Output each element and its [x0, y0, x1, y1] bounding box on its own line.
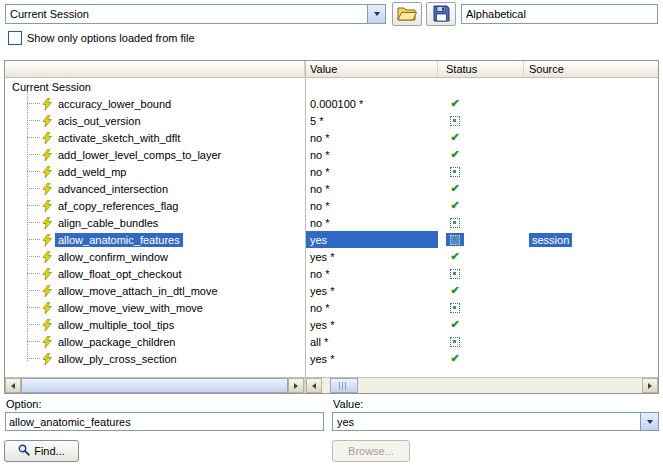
- sort-order-value: Alphabetical: [462, 5, 657, 23]
- option-value[interactable]: yes: [305, 231, 438, 248]
- scroll-left-icon[interactable]: [306, 378, 322, 393]
- table-row[interactable]: acis_out_version 5 *: [5, 112, 658, 129]
- tree-branch-line: [27, 358, 40, 359]
- find-button[interactable]: Find...: [4, 440, 79, 462]
- column-header-source[interactable]: Source: [524, 61, 658, 77]
- status-icon: [446, 267, 464, 280]
- option-value[interactable]: 5 *: [305, 112, 438, 129]
- option-name[interactable]: align_cable_bundles: [55, 216, 161, 230]
- option-input[interactable]: [5, 412, 324, 431]
- open-file-button[interactable]: [392, 2, 422, 26]
- table-row[interactable]: activate_sketch_with_dflt no * ✔: [5, 129, 658, 146]
- option-value[interactable]: no *: [305, 214, 438, 231]
- option-status: [438, 333, 524, 350]
- tree-horizontal-scrollbar[interactable]: [5, 378, 306, 393]
- tree-branch-line: [27, 154, 40, 155]
- pane-divider[interactable]: [305, 61, 306, 377]
- options-table-body: Current Session accuracy_lower_bound 0.0…: [5, 78, 658, 378]
- option-name[interactable]: allow_confirm_window: [55, 250, 171, 264]
- option-lightning-icon: [41, 115, 53, 127]
- table-row[interactable]: af_copy_references_flag no * ✔: [5, 197, 658, 214]
- option-source: [524, 188, 658, 190]
- option-value[interactable]: no *: [305, 129, 438, 146]
- scroll-left-icon[interactable]: [5, 378, 21, 393]
- option-name[interactable]: allow_anatomic_features: [55, 233, 183, 247]
- table-row[interactable]: allow_float_opt_checkout no *: [5, 265, 658, 282]
- tree-branch-line: [27, 137, 40, 138]
- option-name[interactable]: acis_out_version: [55, 114, 144, 128]
- column-header-tree[interactable]: [5, 61, 305, 77]
- option-value[interactable]: no *: [305, 299, 438, 316]
- table-row[interactable]: allow_package_children all *: [5, 333, 658, 350]
- option-value[interactable]: 0.000100 *: [305, 95, 438, 112]
- column-header-status[interactable]: Status: [438, 61, 524, 77]
- tree-scroll-track[interactable]: [21, 378, 288, 393]
- option-value[interactable]: no *: [305, 197, 438, 214]
- chevron-down-icon[interactable]: [367, 5, 385, 23]
- option-name[interactable]: add_weld_mp: [55, 165, 130, 179]
- chevron-down-icon[interactable]: [640, 413, 658, 430]
- option-value[interactable]: yes *: [305, 316, 438, 333]
- option-name[interactable]: advanced_intersection: [55, 182, 171, 196]
- table-row[interactable]: allow_confirm_window yes * ✔: [5, 248, 658, 265]
- table-row[interactable]: allow_anatomic_features yes session: [5, 231, 658, 248]
- option-name[interactable]: accuracy_lower_bound: [55, 97, 174, 111]
- square-status-icon: [450, 218, 460, 228]
- value-combobox-value: yes: [333, 413, 640, 430]
- options-table: Value Status Source Current Session accu…: [4, 60, 659, 394]
- session-combobox-value: Current Session: [6, 5, 367, 23]
- open-folder-icon: [397, 6, 417, 23]
- table-row[interactable]: add_lower_level_comps_to_layer no * ✔: [5, 146, 658, 163]
- values-scroll-track[interactable]: [322, 378, 642, 393]
- option-lightning-icon: [41, 353, 53, 365]
- option-source: [524, 256, 658, 258]
- table-row[interactable]: allow_move_attach_in_dtl_move yes * ✔: [5, 282, 658, 299]
- table-row[interactable]: advanced_intersection no * ✔: [5, 180, 658, 197]
- table-row[interactable]: allow_ply_cross_section yes * ✔: [5, 350, 658, 367]
- option-name[interactable]: allow_move_view_with_move: [55, 301, 206, 315]
- option-value[interactable]: yes *: [305, 350, 438, 367]
- option-source: [524, 103, 658, 105]
- option-name[interactable]: allow_float_opt_checkout: [55, 267, 185, 281]
- status-icon: ✔: [446, 148, 464, 161]
- browse-button[interactable]: Browse...: [332, 440, 410, 462]
- option-name[interactable]: allow_ply_cross_section: [55, 352, 180, 366]
- table-row[interactable]: allow_move_view_with_move no *: [5, 299, 658, 316]
- save-button[interactable]: [426, 2, 456, 26]
- column-header-value[interactable]: Value: [305, 61, 438, 77]
- option-name[interactable]: allow_multiple_tool_tips: [55, 318, 177, 332]
- sort-order-combobox[interactable]: Alphabetical: [461, 4, 658, 24]
- option-name[interactable]: add_lower_level_comps_to_layer: [55, 148, 224, 162]
- scroll-right-icon[interactable]: [642, 378, 658, 393]
- tree-scroll-thumb[interactable]: [21, 378, 288, 393]
- table-row[interactable]: accuracy_lower_bound 0.000100 * ✔: [5, 95, 658, 112]
- scroll-right-icon[interactable]: [288, 378, 304, 393]
- option-value[interactable]: yes *: [305, 282, 438, 299]
- save-icon: [433, 5, 450, 24]
- option-value[interactable]: yes *: [305, 248, 438, 265]
- option-value[interactable]: all *: [305, 333, 438, 350]
- tree-branch-line: [27, 290, 40, 291]
- option-status: ✔: [438, 316, 524, 333]
- tree-branch-line: [27, 222, 40, 223]
- option-name[interactable]: allow_move_attach_in_dtl_move: [55, 284, 221, 298]
- option-value[interactable]: no *: [305, 180, 438, 197]
- option-value[interactable]: no *: [305, 146, 438, 163]
- show-only-loaded-checkbox[interactable]: [8, 31, 22, 45]
- option-name[interactable]: allow_package_children: [55, 335, 178, 349]
- session-combobox[interactable]: Current Session: [5, 4, 386, 24]
- option-lightning-icon: [41, 132, 53, 144]
- table-row[interactable]: allow_multiple_tool_tips yes * ✔: [5, 316, 658, 333]
- table-row[interactable]: add_weld_mp no *: [5, 163, 658, 180]
- option-source: [524, 307, 658, 309]
- option-name[interactable]: activate_sketch_with_dflt: [55, 131, 183, 145]
- values-horizontal-scrollbar[interactable]: [306, 378, 658, 393]
- values-scroll-thumb[interactable]: [330, 378, 358, 393]
- option-value[interactable]: no *: [305, 265, 438, 282]
- value-combobox[interactable]: yes: [332, 412, 659, 431]
- option-value[interactable]: no *: [305, 163, 438, 180]
- option-lightning-icon: [41, 234, 53, 246]
- table-row[interactable]: align_cable_bundles no *: [5, 214, 658, 231]
- option-name[interactable]: af_copy_references_flag: [55, 199, 181, 213]
- tree-root-row[interactable]: Current Session: [5, 78, 658, 95]
